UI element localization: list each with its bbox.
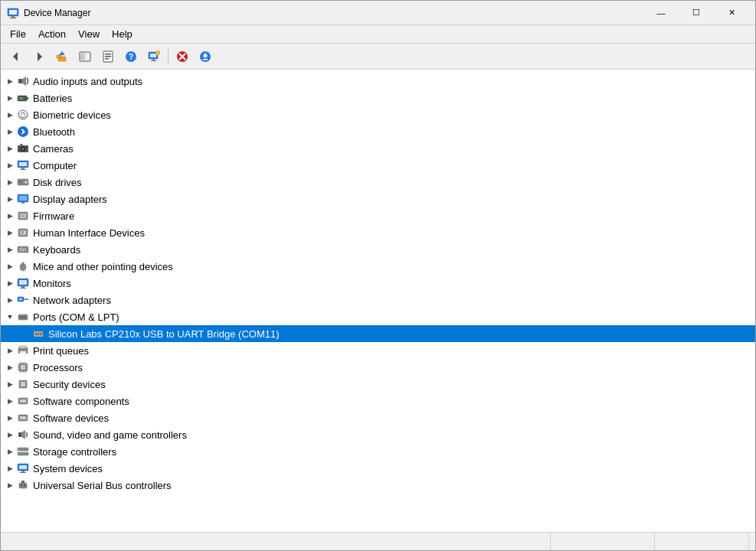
tree-item-software-components[interactable]: ▶ Software components: [1, 393, 755, 409]
tree-item-processors[interactable]: ▶: [1, 359, 755, 376]
app-icon: [7, 7, 19, 19]
maximize-button[interactable]: ☐: [679, 1, 714, 25]
svg-rect-76: [21, 286, 25, 288]
menu-view[interactable]: View: [72, 26, 106, 43]
svg-rect-68: [21, 250, 25, 252]
scan-button[interactable]: !: [143, 46, 165, 67]
svg-marker-4: [13, 52, 18, 61]
audio-icon: [16, 74, 30, 88]
svg-rect-127: [21, 481, 25, 483]
tree-item-firmware[interactable]: ▶ Firmware: [1, 207, 755, 224]
show-hide-button[interactable]: [74, 46, 96, 67]
computer-icon: [16, 158, 30, 172]
device-tree[interactable]: ▶ Audio inputs and outputs ▶: [1, 70, 755, 532]
up-button[interactable]: [51, 46, 73, 67]
tree-item-hid[interactable]: ▶ Human Interface Devices: [1, 224, 755, 241]
tree-item-ports[interactable]: ▼ Ports (COM & LPT): [1, 308, 755, 325]
expand-arrow-audio[interactable]: ▶: [4, 75, 16, 87]
expand-arrow-processors[interactable]: ▶: [4, 361, 16, 373]
tree-item-software-devices[interactable]: ▶ Software devices: [1, 409, 755, 426]
menu-action[interactable]: Action: [32, 26, 72, 43]
tree-item-biometric[interactable]: ▶ Biometric devices: [1, 106, 755, 123]
tree-item-silicon[interactable]: Silicon Labs CP210x USB to UART Bridge (…: [1, 325, 755, 342]
svg-rect-64: [21, 248, 23, 249]
expand-arrow-security[interactable]: ▶: [4, 378, 16, 390]
tree-item-usb[interactable]: ▶ Universal Serial Bus controllers: [1, 477, 755, 494]
properties-button[interactable]: [97, 46, 119, 67]
svg-rect-61: [21, 233, 24, 234]
tree-item-security[interactable]: ▶ Security devices: [1, 376, 755, 393]
tree-item-disk[interactable]: ▶ Disk drives: [1, 174, 755, 191]
expand-arrow-sound[interactable]: ▶: [4, 429, 16, 441]
disk-label: Disk drives: [33, 177, 82, 188]
network-icon: [16, 293, 30, 307]
expand-arrow-silicon[interactable]: [19, 328, 31, 340]
expand-arrow-system[interactable]: ▶: [4, 462, 16, 474]
svg-rect-123: [20, 472, 26, 473]
expand-arrow-software-devices[interactable]: ▶: [4, 412, 16, 424]
expand-arrow-disk[interactable]: ▶: [4, 176, 16, 188]
svg-rect-89: [40, 333, 41, 335]
tree-item-mice[interactable]: ▶ Mice and other pointing devices: [1, 258, 755, 275]
keyboards-icon: [16, 243, 30, 256]
expand-arrow-biometric[interactable]: ▶: [4, 109, 16, 121]
expand-arrow-network[interactable]: ▶: [4, 294, 16, 306]
tree-item-bluetooth[interactable]: ▶ Bluetooth: [1, 123, 755, 140]
svg-rect-1: [9, 10, 17, 15]
svg-rect-34: [19, 97, 23, 99]
tree-item-network[interactable]: ▶ Network adapters: [1, 292, 755, 308]
tree-item-batteries[interactable]: ▶ Batteries: [1, 90, 755, 106]
svg-rect-14: [105, 58, 109, 60]
expand-arrow-cameras[interactable]: ▶: [4, 142, 16, 155]
tree-item-cameras[interactable]: ▶ Cameras: [1, 140, 755, 157]
svg-rect-47: [19, 182, 22, 183]
tree-item-print[interactable]: ▶ Print queues: [1, 342, 755, 359]
menu-bar: File Action View Help: [1, 25, 755, 44]
bluetooth-label: Bluetooth: [33, 126, 75, 138]
svg-rect-42: [19, 162, 27, 166]
minimize-button[interactable]: —: [643, 1, 679, 25]
tree-item-computer[interactable]: ▶ Computer: [1, 157, 755, 174]
tree-item-audio[interactable]: ▶ Audio inputs and outputs: [1, 73, 755, 90]
system-label: System devices: [33, 463, 103, 474]
expand-arrow-bluetooth[interactable]: ▶: [4, 126, 16, 138]
tree-item-sound[interactable]: ▶ Sound, video and game controllers: [1, 426, 755, 443]
close-button[interactable]: ✕: [714, 1, 749, 25]
svg-rect-2: [11, 16, 15, 18]
tree-item-display[interactable]: ▶ Display adapters: [1, 191, 755, 207]
expand-arrow-usb[interactable]: ▶: [4, 479, 16, 491]
uninstall-button[interactable]: [172, 46, 193, 67]
ports-label: Ports (COM & LPT): [33, 311, 119, 323]
forward-button[interactable]: [28, 46, 50, 67]
svg-rect-7: [57, 55, 61, 58]
menu-help[interactable]: Help: [106, 26, 139, 43]
tree-item-system[interactable]: ▶ System devices: [1, 460, 755, 477]
tree-item-storage[interactable]: ▶ Storage controllers: [1, 443, 755, 460]
svg-rect-30: [18, 79, 22, 83]
expand-arrow-monitors[interactable]: ▶: [4, 277, 16, 289]
svg-point-73: [22, 262, 24, 263]
expand-arrow-software-components[interactable]: ▶: [4, 395, 16, 407]
expand-arrow-ports[interactable]: ▼: [4, 311, 16, 323]
expand-arrow-firmware[interactable]: ▶: [4, 210, 16, 222]
expand-arrow-hid[interactable]: ▶: [4, 227, 16, 239]
expand-arrow-batteries[interactable]: ▶: [4, 92, 16, 104]
expand-arrow-print[interactable]: ▶: [4, 344, 16, 357]
tree-item-keyboards[interactable]: ▶ Keyboards: [1, 241, 755, 258]
expand-arrow-mice[interactable]: ▶: [4, 260, 16, 272]
expand-arrow-keyboards[interactable]: ▶: [4, 243, 16, 256]
software-components-icon: [16, 394, 30, 408]
svg-rect-77: [20, 288, 26, 289]
tree-item-monitors[interactable]: ▶ Monitors: [1, 275, 755, 292]
help-button[interactable]: ?: [120, 46, 142, 67]
expand-arrow-storage[interactable]: ▶: [4, 445, 16, 458]
back-button[interactable]: [5, 46, 27, 67]
title-bar: Device Manager — ☐ ✕: [1, 1, 755, 25]
svg-rect-13: [105, 56, 111, 57]
expand-arrow-display[interactable]: ▶: [4, 193, 16, 205]
menu-file[interactable]: File: [4, 26, 32, 43]
expand-arrow-computer[interactable]: ▶: [4, 159, 16, 171]
svg-rect-95: [21, 365, 25, 370]
audio-label: Audio inputs and outputs: [33, 76, 142, 87]
update-driver-button[interactable]: [195, 46, 216, 67]
